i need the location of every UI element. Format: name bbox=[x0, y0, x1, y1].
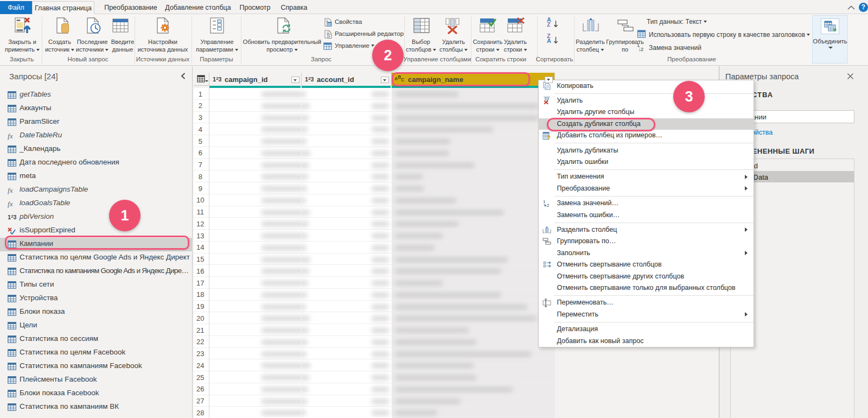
svg-text:1: 1 bbox=[543, 199, 546, 204]
svg-text:123: 123 bbox=[213, 76, 221, 83]
svg-text:123: 123 bbox=[305, 76, 314, 83]
svg-text:123: 123 bbox=[8, 214, 16, 220]
svg-text:fx: fx bbox=[8, 200, 13, 208]
svg-text:fx: fx bbox=[8, 132, 13, 140]
svg-text:fx: fx bbox=[8, 186, 13, 194]
svg-text:2: 2 bbox=[547, 203, 550, 208]
